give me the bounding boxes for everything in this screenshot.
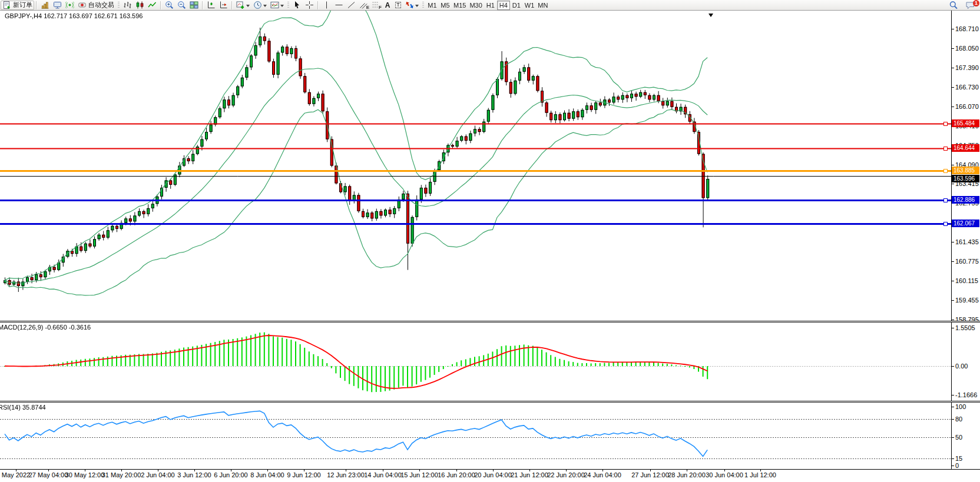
timeframe-m5[interactable]: M5	[439, 1, 452, 10]
vertical-line-icon	[322, 1, 331, 9]
new-order-button[interactable]: 新订单	[1, 1, 34, 10]
trendline-icon	[347, 1, 356, 9]
main-toolbar: 新订单 自动交易	[0, 0, 980, 11]
price-axis-tick	[952, 261, 954, 262]
price-axis-tick	[952, 242, 954, 242]
price-axis-tick-label: 167.390	[955, 64, 979, 71]
price-axis-tick-label: 160.775	[955, 258, 979, 265]
price-axis-tick	[952, 300, 954, 301]
zoom-in-icon	[165, 1, 174, 9]
chart-shift-marker[interactable]	[708, 14, 713, 19]
equidistant-channel-tool-button[interactable]: E	[357, 1, 370, 10]
chart-shift-button[interactable]	[217, 1, 230, 10]
vertical-line-tool-button[interactable]	[320, 1, 333, 10]
new-order-icon	[2, 1, 11, 9]
arrows-tool-button[interactable]	[403, 1, 421, 10]
text-label-icon: T	[395, 2, 401, 8]
zoom-out-icon	[177, 1, 186, 9]
price-axis-tick-label: 159.455	[955, 297, 979, 304]
auto-scroll-icon	[207, 1, 216, 9]
clock-icon	[253, 1, 262, 9]
toolbar-grip[interactable]	[422, 2, 424, 9]
rsi-canvas[interactable]	[0, 403, 951, 469]
main-chart-canvas[interactable]	[0, 11, 951, 321]
dropdown-arrow-icon	[263, 5, 267, 9]
price-axis-tick	[952, 165, 954, 165]
macd-axis-tick	[952, 366, 954, 367]
text-tool-button[interactable]: A	[382, 1, 393, 10]
hline-price-flag[interactable]: 165.484	[952, 119, 979, 127]
candlestick-mode-button[interactable]	[134, 1, 146, 10]
time-axis-tick-label: 3 Jun 12:00	[177, 471, 211, 478]
timeframe-m1[interactable]: M1	[426, 1, 439, 10]
rsi-axis-tick-label: 50	[955, 434, 962, 441]
dropdown-arrow-icon	[415, 5, 419, 9]
toolbar-grip[interactable]	[118, 2, 120, 9]
trendline-tool-button[interactable]	[345, 1, 357, 10]
timeframe-d1[interactable]: D1	[510, 1, 523, 10]
price-axis-tick	[952, 48, 954, 49]
line-chart-mode-button[interactable]	[146, 1, 158, 10]
timeframe-m15[interactable]: M15	[452, 1, 468, 10]
macd-axis-tick-label: -1.1666	[955, 391, 977, 398]
macd-axis-tick	[952, 328, 954, 328]
auto-scroll-button[interactable]	[205, 1, 217, 10]
timeframe-m30[interactable]: M30	[468, 1, 484, 10]
terminal-button[interactable]	[51, 1, 64, 10]
hline-price-flag[interactable]: 162.886	[952, 196, 979, 204]
hline-price-flag[interactable]: 164.644	[952, 144, 979, 152]
new-order-label: 新订单	[13, 1, 32, 9]
zoom-out-button[interactable]	[176, 1, 188, 10]
rsi-axis-tick	[952, 437, 954, 438]
signals-button[interactable]	[64, 1, 76, 10]
cursor-tool-button[interactable]	[291, 1, 303, 10]
macd-axis-tick-label: 1.5505	[955, 324, 975, 331]
price-axis-tick	[952, 29, 954, 29]
arrows-icon	[405, 1, 414, 9]
rsi-axis-tick-label: 100	[955, 403, 966, 410]
crosshair-tool-button[interactable]	[303, 1, 316, 10]
toolbar-separator	[160, 1, 161, 9]
time-axis-tick-label: 16 Jun 20:00	[438, 471, 475, 478]
macd-axis-tick	[952, 395, 954, 395]
periods-button[interactable]	[251, 1, 269, 10]
price-axis-tick	[952, 281, 954, 281]
hline-price-flag[interactable]: 163.885	[952, 167, 979, 174]
hline-price-flag[interactable]: 162.067	[952, 220, 979, 227]
tile-windows-button[interactable]	[188, 1, 200, 10]
charts-profile-button[interactable]	[39, 1, 51, 10]
pane-divider[interactable]	[0, 321, 980, 323]
timeframe-h1[interactable]: H1	[484, 1, 497, 10]
time-axis-tick-label: 1 Jul 12:00	[744, 471, 776, 478]
autotrading-button[interactable]: 自动交易	[76, 1, 116, 10]
time-axis-tick-label: 15 Jun 12:00	[400, 471, 438, 478]
chart-ohlc-title: GBPJPY-,H4 162.717 163.697 162.671 163.5…	[5, 12, 143, 19]
search-button[interactable]	[947, 1, 960, 10]
indicators-button[interactable]	[234, 1, 251, 10]
time-axis-tick-label: 21 Jun 12:00	[511, 471, 548, 478]
rsi-axis-tick-label: 0	[955, 462, 959, 469]
timeframe-w1[interactable]: W1	[523, 1, 537, 10]
fibonacci-letter: F	[379, 5, 382, 10]
price-axis-tick-label: 166.730	[955, 84, 979, 91]
bar-chart-mode-button[interactable]	[121, 1, 134, 10]
time-axis-tick-label: 27 Jun 12:00	[631, 471, 669, 478]
templates-button[interactable]	[269, 1, 286, 10]
text-label-tool-button[interactable]: T	[393, 1, 403, 10]
horizontal-line-tool-button[interactable]	[333, 1, 345, 10]
price-axis-tick	[952, 107, 954, 107]
time-axis-tick-label: 28 Jun 20:00	[668, 471, 706, 478]
macd-canvas[interactable]	[0, 323, 951, 401]
pane-divider[interactable]	[0, 401, 980, 403]
toolbar-right-group: 1	[947, 0, 977, 11]
search-icon	[949, 1, 958, 10]
toolbar-grip[interactable]	[287, 2, 289, 9]
toolbar-separator	[317, 1, 319, 9]
timeframe-mn[interactable]: MN	[536, 1, 549, 10]
timeframe-h4[interactable]: H4	[497, 1, 510, 10]
fibonacci-tool-button[interactable]: F	[370, 1, 382, 10]
notifications-button[interactable]: 1	[964, 1, 977, 10]
autotrading-icon	[78, 1, 87, 9]
time-axis-line[interactable]	[0, 469, 980, 470]
zoom-in-button[interactable]	[163, 1, 176, 10]
